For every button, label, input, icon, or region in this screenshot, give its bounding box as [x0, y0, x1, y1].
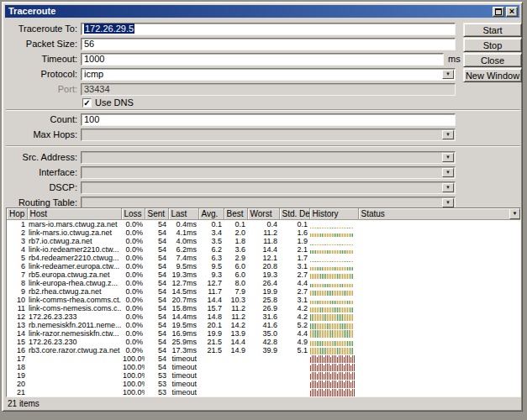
dscp-field[interactable]: ▼ — [81, 181, 456, 194]
src-address-dropdown-button[interactable]: ▼ — [442, 153, 454, 162]
table-row[interactable]: 6link-redeamer.europa.ctw...0.0%549.5ms9… — [7, 262, 520, 270]
cell-sent: 54 — [145, 346, 168, 354]
packet-size-field[interactable]: 56 — [81, 38, 456, 50]
cell-loss: 100.0% — [121, 363, 145, 371]
table-row[interactable]: 13rb.nemesiskfn.2011.neme...0.0%5419.5ms… — [7, 321, 520, 329]
start-button[interactable]: Start — [463, 23, 522, 37]
table-row[interactable]: 8link-europa-rhea.ctwug.z...0.0%5412.7ms… — [7, 279, 520, 287]
cell-host: rb3.core.razor.ctwug.za.net — [27, 346, 121, 354]
column-header-stddev[interactable]: Std. Dev. — [279, 208, 309, 220]
new-window-button[interactable]: New Window — [463, 68, 522, 82]
column-header-avg[interactable]: Avg. — [198, 208, 224, 220]
table-row[interactable]: 5rb4.redeamer2210.ctwug...0.0%547.4ms6.3… — [7, 254, 520, 262]
cell-sent: 53 — [145, 380, 168, 388]
table-row[interactable]: 14link-razor.nemesiskfn.ctw...0.0%5416.9… — [7, 329, 520, 338]
close-dialog-button[interactable]: Close — [463, 53, 522, 67]
table-row[interactable]: 19100.0%53timeout — [7, 371, 520, 380]
interface-dropdown-button[interactable]: ▼ — [442, 168, 454, 177]
table-row[interactable]: 9rb2.rhea.ctwug.za.net0.0%5414.5ms11.77.… — [7, 287, 520, 296]
cell-last: 25.9ms — [168, 338, 198, 346]
timeout-value: 1000 — [84, 54, 104, 64]
column-header-loss[interactable]: Loss — [121, 208, 145, 220]
src-address-field[interactable]: ▼ — [81, 151, 456, 164]
table-row[interactable]: 12172.26.23.2330.0%5414.4ms14.811.231.64… — [7, 312, 520, 321]
cell-status — [358, 245, 520, 254]
cell-best — [224, 371, 247, 380]
cell-last: 14.4ms — [168, 312, 198, 321]
table-row[interactable]: 21100.0%53timeout — [7, 388, 520, 396]
cell-best: 7.9 — [224, 287, 247, 296]
table-row[interactable]: 4link-io.redeamer2210.ctw...0.0%546.2ms6… — [7, 245, 520, 254]
table-row[interactable]: 1mars-io.mars.ctwug.za.net0.0%540.4ms0.1… — [7, 220, 520, 229]
cell-history — [309, 287, 358, 296]
cell-loss: 0.0% — [121, 312, 145, 321]
cell-stddev: 2.1 — [279, 245, 309, 254]
cell-history — [309, 279, 358, 287]
cell-status — [358, 371, 520, 380]
table-row[interactable]: 18100.0%54timeout — [7, 363, 520, 371]
max-hops-dropdown-button[interactable]: ▼ — [442, 130, 454, 139]
cell-last: timeout — [168, 371, 198, 380]
window-title: Traceroute — [8, 5, 491, 18]
cell-avg: 9.3 — [198, 270, 224, 279]
table-row[interactable]: 11link-coms-nemesis.coms.c...0.0%5415.8m… — [7, 304, 520, 312]
cell-host: rb5.europa.ctwug.za.net — [27, 270, 121, 279]
cell-hop: 17 — [7, 354, 27, 363]
cell-worst — [247, 354, 279, 363]
table-header-row: Hop▲ Host Loss Sent Last Avg. Best Worst… — [7, 208, 520, 220]
column-header-last[interactable]: Last — [168, 208, 198, 220]
protocol-field[interactable]: icmp ▼ — [81, 68, 456, 81]
table-row[interactable]: 15172.26.23.2300.0%5425.9ms21.514.442.84… — [7, 338, 520, 346]
cell-hop: 19 — [7, 371, 27, 380]
timeout-field[interactable]: 1000 — [81, 53, 444, 66]
count-field[interactable]: 100 — [81, 113, 456, 126]
cell-sent: 54 — [145, 270, 168, 279]
restore-button[interactable] — [493, 7, 504, 17]
column-header-sent[interactable]: Sent — [145, 208, 168, 220]
cell-last: timeout — [168, 354, 198, 363]
history-sparkline — [310, 389, 357, 396]
column-header-history[interactable]: History — [309, 208, 358, 220]
cell-hop: 10 — [7, 296, 27, 304]
dscp-dropdown-button[interactable]: ▼ — [442, 183, 454, 192]
cell-sent: 54 — [145, 296, 168, 304]
cell-stddev: 0.1 — [279, 220, 309, 229]
table-row[interactable]: 7rb5.europa.ctwug.za.net0.0%5419.3ms9.36… — [7, 270, 520, 279]
cell-worst: 26.4 — [247, 279, 279, 287]
max-hops-field[interactable]: ▼ — [81, 129, 456, 141]
column-header-host[interactable]: Host — [27, 208, 121, 220]
cell-stddev — [279, 388, 309, 396]
cell-hop: 8 — [7, 279, 27, 287]
column-header-worst[interactable]: Worst — [247, 208, 279, 220]
stop-button[interactable]: Stop — [463, 38, 522, 52]
column-header-best[interactable]: Best — [224, 208, 247, 220]
traceroute-to-field[interactable]: 172.26.29.5 — [81, 23, 456, 35]
cell-status — [358, 338, 520, 346]
column-selector-button[interactable]: ▼ — [509, 208, 520, 219]
column-header-status[interactable]: Status — [358, 208, 520, 220]
table-row[interactable]: 16rb3.core.razor.ctwug.za.net0.0%5417.3m… — [7, 346, 520, 354]
table-row[interactable]: 3rb7.io.ctwug.za.net0.0%544.0ms3.51.811.… — [7, 237, 520, 245]
protocol-dropdown-button[interactable]: ▼ — [442, 70, 454, 79]
cell-hop: 13 — [7, 321, 27, 329]
table-row[interactable]: 20100.0%53timeout — [7, 380, 520, 388]
close-button[interactable]: × — [506, 7, 518, 17]
interface-field[interactable]: ▼ — [81, 166, 456, 179]
column-header-hop[interactable]: Hop▲ — [7, 208, 27, 220]
use-dns-checkbox[interactable]: ✓ — [82, 98, 92, 108]
cell-worst: 42.8 — [247, 338, 279, 346]
table-row[interactable]: 10link-comms-rhea.comms.ct...0.0%5420.7m… — [7, 296, 520, 304]
cell-loss: 0.0% — [121, 329, 145, 338]
cell-stddev: 2.7 — [279, 287, 309, 296]
routing-table-dropdown-button[interactable]: ▼ — [442, 198, 454, 207]
cell-loss: 0.0% — [121, 338, 145, 346]
cell-loss: 0.0% — [121, 220, 145, 229]
table-row[interactable]: 2link-mars.io.ctwug.za.net0.0%544.1ms3.4… — [7, 228, 520, 237]
title-bar[interactable]: Traceroute × — [5, 5, 519, 18]
table-row[interactable]: 17100.0%54timeout — [7, 354, 520, 363]
traceroute-window: Traceroute × Traceroute To: 172.26.29.5 … — [2, 2, 523, 412]
count-label: Count: — [5, 113, 77, 126]
history-sparkline — [310, 271, 357, 279]
cell-best: 14.4 — [224, 338, 247, 346]
cell-status — [358, 304, 520, 312]
